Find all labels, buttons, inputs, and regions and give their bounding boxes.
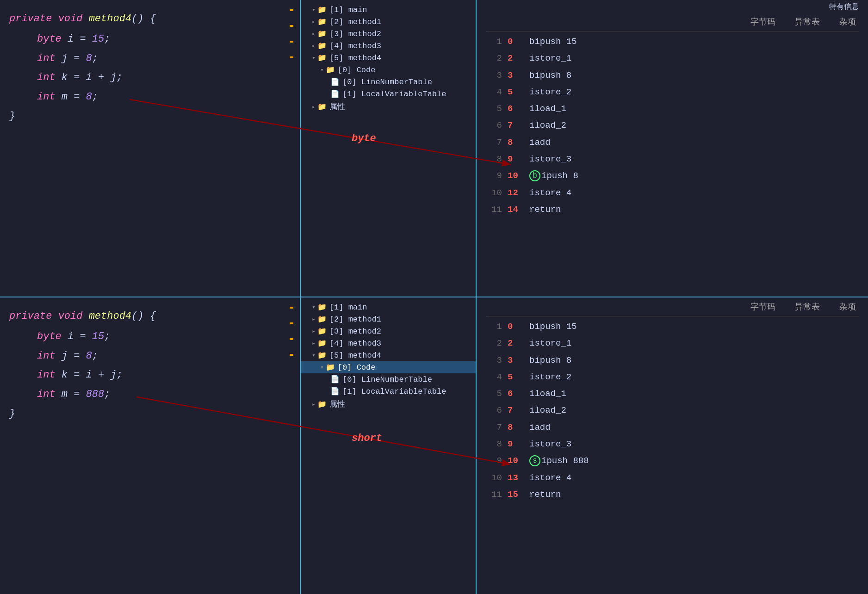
- bytecode-instruction: return: [529, 487, 859, 502]
- bytecode-instruction: istore_3: [529, 437, 859, 452]
- tab-字节码[interactable]: 字节码: [748, 15, 778, 28]
- tab-异常表[interactable]: 异常表: [792, 300, 823, 313]
- code-pane: private void method4() {byte i = 15;int …: [0, 297, 301, 594]
- bytecode-instruction: iadd: [529, 135, 859, 150]
- code-line: int j = 8;: [9, 346, 300, 366]
- bytecode-row: 910bipush 8: [486, 167, 859, 184]
- bytecode-offset: 8: [508, 420, 524, 435]
- bytecode-line-num: 5: [486, 101, 502, 116]
- bytecode-line-num: 10: [486, 470, 502, 485]
- tree-item-label: 属性: [329, 101, 345, 112]
- tree-item-label: 属性: [329, 399, 345, 409]
- folder-icon: 📁: [317, 327, 327, 336]
- bytecode-instruction: iload_1: [529, 386, 859, 401]
- bytecode-offset: 5: [508, 370, 524, 384]
- bytecode-row: 22istore_1: [486, 50, 859, 67]
- bytecode-offset: 3: [508, 68, 524, 83]
- tree-item[interactable]: ▸📁[2] method1: [301, 313, 476, 325]
- folder-icon: 📁: [326, 363, 335, 372]
- code-line: int k = i + j;: [9, 365, 300, 385]
- tree-item[interactable]: ▸📁[4] method3: [301, 337, 476, 349]
- bytecode-line-num: 2: [486, 336, 502, 351]
- tree-item[interactable]: 📄[0] LineNumberTable: [301, 76, 476, 88]
- code-pane: private void method4() {byte i = 15;int …: [0, 0, 301, 297]
- tree-item[interactable]: ▾📁[0] Code: [301, 64, 476, 76]
- bytecode-offset: 6: [508, 386, 524, 401]
- bytecode-tabs: 字节码异常表杂项: [486, 297, 859, 316]
- bytecode-instruction: bipush 8: [529, 168, 859, 183]
- bytecode-line-num: 10: [486, 186, 502, 200]
- tab-杂项[interactable]: 杂项: [837, 300, 859, 313]
- code-line: int k = i + j;: [9, 68, 300, 87]
- code-line: byte i = 15;: [9, 30, 300, 49]
- folder-icon: 📁: [317, 339, 327, 348]
- tree-item-label: [3] method2: [329, 327, 381, 336]
- bytecode-instruction: iload_2: [529, 118, 859, 133]
- bytecode-line-num: 7: [486, 420, 502, 435]
- tree-chevron-icon: ▾: [312, 303, 316, 311]
- tree-item[interactable]: ▾📁[0] Code: [301, 361, 476, 373]
- bytecode-row: 1114return: [486, 201, 859, 218]
- tab-杂项[interactable]: 杂项: [837, 15, 859, 28]
- tree-item-label: [4] method3: [329, 42, 381, 50]
- bytecode-instruction: bipush 15: [529, 34, 859, 49]
- folder-icon: 📁: [317, 53, 327, 62]
- tree-chevron-icon: ▸: [312, 340, 316, 347]
- folder-icon: 📁: [317, 29, 327, 38]
- file-icon: 📄: [330, 77, 340, 87]
- bytecode-instruction: iload_2: [529, 403, 859, 418]
- bytecode-line-num: 1: [486, 34, 502, 49]
- bytecode-offset: 9: [508, 437, 524, 452]
- tree-pane: ▾📁[1] main▸📁[2] method1▸📁[3] method2▸📁[4…: [301, 0, 477, 297]
- tree-item[interactable]: 📄[1] LocalVariableTable: [301, 88, 476, 100]
- tree-item-label: [1] main: [329, 303, 367, 312]
- bytecode-offset: 10: [508, 168, 524, 183]
- bytecode-row: 10bipush 15: [486, 33, 859, 50]
- bytecode-instruction: istore_1: [529, 51, 859, 66]
- tree-chevron-icon: ▾: [320, 364, 324, 371]
- bytecode-instruction: iload_1: [529, 101, 859, 116]
- tree-item[interactable]: ▸📁[4] method3: [301, 40, 476, 52]
- bytecode-line-num: 11: [486, 487, 502, 502]
- bytecode-line-num: 11: [486, 202, 502, 217]
- method-signature: private void method4() {: [9, 307, 300, 326]
- tree-chevron-icon: ▸: [312, 401, 316, 408]
- tree-item[interactable]: ▸📁[2] method1: [301, 16, 476, 28]
- tree-chevron-icon: ▸: [312, 30, 316, 37]
- tree-item[interactable]: ▾📁[1] main: [301, 4, 476, 16]
- tree-item[interactable]: ▾📁[5] method4: [301, 52, 476, 64]
- bytecode-line-num: 3: [486, 68, 502, 83]
- tree-item[interactable]: ▸📁[3] method2: [301, 325, 476, 337]
- panel-top-label: 特有信息: [486, 0, 859, 12]
- bytecode-offset: 0: [508, 319, 524, 334]
- tree-item[interactable]: ▾📁[1] main: [301, 301, 476, 313]
- tree-chevron-icon: ▾: [312, 54, 316, 62]
- tree-item[interactable]: ▸📁属性: [301, 100, 476, 113]
- bytecode-instruction: istore_2: [529, 370, 859, 384]
- tree-item[interactable]: ▾📁[5] method4: [301, 349, 476, 361]
- tree-item[interactable]: ▸📁属性: [301, 397, 476, 411]
- tree-item-label: [0] LineNumberTable: [342, 78, 432, 87]
- tree-item-label: [2] method1: [329, 315, 381, 324]
- bytecode-row: 910sipush 888: [486, 452, 859, 469]
- tab-异常表[interactable]: 异常表: [792, 15, 823, 28]
- bytecode-instruction: istore_2: [529, 85, 859, 99]
- closing-brace: }: [9, 107, 300, 126]
- bytecode-row: 1013istore 4: [486, 470, 859, 486]
- bytecode-row: 33bipush 8: [486, 352, 859, 369]
- tree-item[interactable]: 📄[0] LineNumberTable: [301, 373, 476, 385]
- bytecode-offset: 2: [508, 51, 524, 66]
- tree-chevron-icon: ▾: [312, 352, 316, 359]
- tree-item-label: [1] LocalVariableTable: [342, 387, 446, 396]
- bytecode-row: 56iload_1: [486, 385, 859, 402]
- bytecode-instruction: sipush 888: [529, 453, 859, 468]
- tree-item[interactable]: 📄[1] LocalVariableTable: [301, 385, 476, 397]
- tree-chevron-icon: ▸: [312, 42, 316, 50]
- tab-字节码[interactable]: 字节码: [748, 300, 778, 313]
- bytecode-pane: 字节码异常表杂项10bipush 1522istore_133bipush 84…: [477, 297, 868, 594]
- bytecode-offset: 3: [508, 353, 524, 368]
- tree-item[interactable]: ▸📁[3] method2: [301, 28, 476, 40]
- folder-icon: 📁: [317, 102, 327, 111]
- bytecode-line-num: 5: [486, 386, 502, 401]
- bytecode-row: 45istore_2: [486, 84, 859, 100]
